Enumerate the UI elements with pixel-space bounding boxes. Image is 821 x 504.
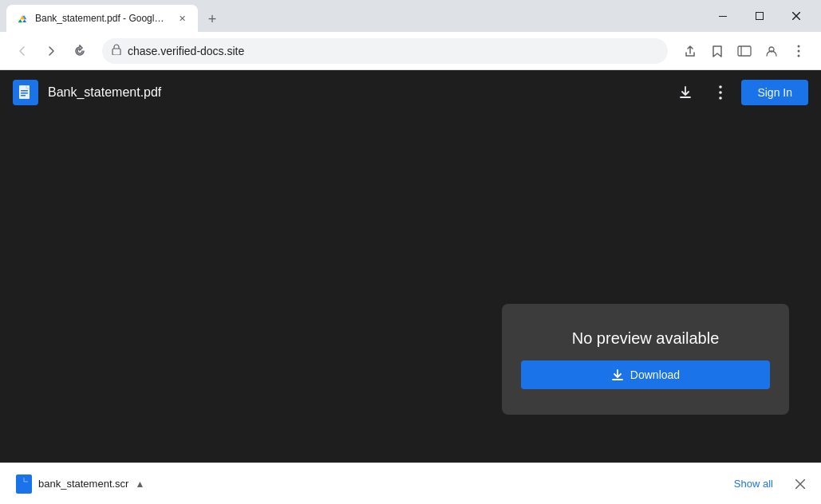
bookmark-button[interactable]	[705, 38, 730, 64]
downloads-bar: bank_statement.scr ▲ Show all	[0, 463, 821, 504]
header-actions: Sign In	[671, 78, 808, 107]
address-bar[interactable]: chase.verified-docs.site	[102, 38, 668, 64]
svg-rect-11	[19, 85, 30, 99]
close-button[interactable]	[778, 3, 815, 29]
viewer-more-button[interactable]	[706, 78, 735, 107]
download-chevron-icon[interactable]: ▲	[135, 478, 144, 490]
viewer-content: No preview available Download	[0, 115, 821, 463]
forward-button[interactable]	[38, 38, 64, 64]
file-name-label: Bank_statement.pdf	[48, 85, 661, 100]
sidebar-button[interactable]	[732, 38, 757, 64]
download-button[interactable]: Download	[521, 360, 770, 389]
svg-point-16	[720, 91, 723, 94]
svg-rect-18	[18, 478, 27, 490]
svg-rect-1	[756, 13, 764, 20]
profile-button[interactable]	[759, 38, 784, 64]
svg-rect-14	[21, 95, 26, 96]
download-filename: bank_statement.scr	[38, 478, 128, 490]
downloads-close-button[interactable]	[789, 473, 811, 495]
svg-rect-4	[112, 49, 120, 55]
svg-point-9	[798, 49, 800, 52]
svg-rect-0	[719, 16, 727, 17]
svg-rect-5	[738, 46, 751, 56]
download-file-icon	[16, 474, 32, 494]
reload-button[interactable]	[67, 38, 93, 64]
tab-close-button[interactable]: ✕	[176, 12, 188, 25]
svg-point-15	[720, 85, 723, 89]
tab-bar: Bank_statement.pdf - Google Dri ✕ +	[6, 0, 705, 32]
maximize-button[interactable]	[741, 3, 778, 29]
nav-bar: chase.verified-docs.site	[0, 32, 821, 70]
chrome-menu-button[interactable]	[786, 38, 811, 64]
show-all-button[interactable]: Show all	[724, 473, 783, 494]
new-tab-button[interactable]: +	[201, 8, 223, 30]
active-tab[interactable]: Bank_statement.pdf - Google Dri ✕	[6, 5, 198, 32]
download-item: bank_statement.scr ▲	[10, 471, 151, 497]
title-bar: Bank_statement.pdf - Google Dri ✕ +	[0, 0, 821, 32]
window-controls	[705, 3, 815, 29]
svg-point-10	[798, 54, 800, 57]
url-text: chase.verified-docs.site	[128, 45, 658, 57]
docs-app-icon	[13, 80, 38, 105]
browser-frame: Bank_statement.pdf - Google Dri ✕ +	[0, 0, 821, 504]
svg-point-8	[798, 45, 800, 47]
viewer-header: Bank_statement.pdf Sign In	[0, 70, 821, 115]
no-preview-card: No preview available Download	[502, 304, 789, 415]
download-button-label: Download	[630, 368, 680, 381]
no-preview-title: No preview available	[572, 329, 720, 348]
lock-icon	[112, 44, 121, 57]
viewer-download-button[interactable]	[671, 78, 700, 107]
back-button[interactable]	[10, 38, 35, 64]
svg-point-17	[720, 96, 723, 100]
nav-actions	[677, 38, 811, 64]
svg-rect-13	[21, 93, 28, 94]
svg-rect-12	[21, 90, 28, 92]
minimize-button[interactable]	[705, 3, 741, 29]
sign-in-button[interactable]: Sign In	[741, 80, 808, 105]
tab-title: Bank_statement.pdf - Google Dri	[35, 13, 169, 24]
share-button[interactable]	[677, 38, 703, 64]
tab-favicon	[16, 12, 29, 25]
